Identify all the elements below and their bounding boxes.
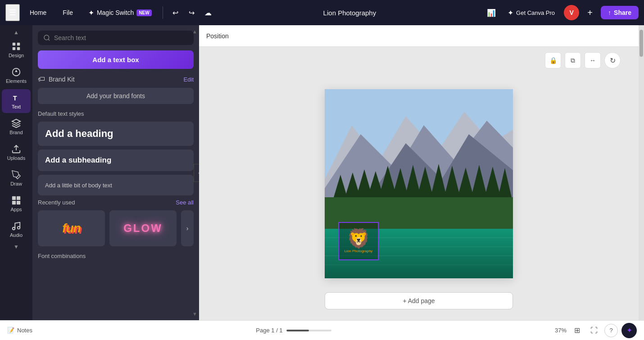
lock-button[interactable]: 🔒	[545, 52, 561, 68]
add-text-box-button[interactable]: Add a text box	[38, 50, 194, 69]
right-scrollbar[interactable]	[639, 25, 644, 320]
recently-used-label: Recently used	[38, 199, 75, 206]
recently-used-next-button[interactable]: ›	[181, 210, 194, 246]
svg-point-11	[13, 227, 15, 230]
canva-icon: ✦	[508, 9, 513, 17]
subheading-style-item[interactable]: Add a subheading	[38, 150, 194, 171]
sidebar-apps-label: Apps	[10, 207, 22, 212]
panel-collapse-button[interactable]: ‹	[194, 164, 199, 182]
text-panel: Add a text box 🏷 Brand Kit Edit Add your…	[32, 25, 199, 320]
svg-marker-5	[15, 70, 18, 73]
svg-rect-7	[12, 196, 16, 200]
sidebar-item-text[interactable]: T Text	[2, 89, 31, 113]
chart-button[interactable]: 📊	[484, 5, 499, 20]
sidebar-text-label: Text	[12, 104, 21, 109]
sidebar-item-brand[interactable]: Brand	[2, 115, 31, 139]
subheading-label: Add a subheading	[45, 156, 111, 164]
sidebar-item-uploads[interactable]: Uploads	[2, 141, 31, 164]
logo-text: Lion Photography	[345, 249, 373, 253]
redo-button[interactable]: ↪	[185, 5, 199, 20]
magic-assist-icon: ✦	[626, 326, 632, 335]
font-combinations-label: Font combinations	[38, 253, 86, 259]
search-bar	[38, 31, 194, 45]
sidebar-item-apps[interactable]: Apps	[2, 192, 31, 216]
body-style-item[interactable]: Add a little bit of body text	[38, 175, 194, 195]
get-canva-pro-button[interactable]: ✦ Get Canva Pro	[502, 6, 560, 20]
sidebar-item-audio[interactable]: Audio	[2, 218, 31, 241]
canvas-toolbar: Position	[199, 25, 639, 47]
sidebar-design-label: Design	[9, 53, 24, 58]
svg-rect-8	[17, 196, 20, 200]
bottom-bar: 📝 Notes Page 1 / 1 37% ⊞ ⛶ ? ✦	[0, 320, 644, 340]
search-input[interactable]	[54, 34, 188, 41]
new-badge: NEW	[136, 9, 151, 16]
svg-text:T: T	[13, 95, 17, 102]
draw-icon	[11, 170, 21, 180]
heading-label: Add a heading	[45, 128, 113, 139]
sidebar-draw-label: Draw	[10, 181, 22, 186]
design-icon	[11, 41, 21, 51]
brand-fonts-button[interactable]: Add your brand fonts	[38, 88, 194, 104]
scroll-thumb[interactable]	[639, 30, 643, 57]
logo-overlay[interactable]: 🦁 Lion Photography	[338, 222, 379, 260]
undo-redo-group: ↩ ↪ ☁	[168, 5, 215, 20]
recent-item-fun[interactable]: fun	[38, 210, 105, 246]
panel-scroll-down-arrow[interactable]: ▼	[192, 311, 197, 317]
brand-kit-row: 🏷 Brand Kit Edit	[38, 75, 194, 83]
home-button[interactable]: Home	[23, 6, 53, 19]
default-styles-title: Default text styles	[38, 110, 194, 117]
brand-kit-edit-link[interactable]: Edit	[184, 76, 194, 83]
sidebar-item-elements[interactable]: Elements	[2, 63, 31, 87]
sidebar-elements-label: Elements	[6, 78, 27, 84]
expand-button[interactable]: ↔	[585, 52, 601, 68]
refresh-button[interactable]: ↻	[604, 52, 621, 68]
canvas-main[interactable]: 🔒 ⧉ ↔ ↻	[199, 47, 639, 320]
copy-button[interactable]: ⧉	[565, 52, 581, 68]
sidebar-item-design[interactable]: Design	[2, 38, 31, 62]
elements-icon	[11, 67, 21, 77]
uploads-icon	[11, 144, 21, 154]
fullscreen-button[interactable]: ⛶	[587, 324, 601, 337]
sidebar-scroll-up[interactable]: ▲	[9, 29, 23, 36]
canvas-float-toolbar: 🔒 ⧉ ↔ ↻	[545, 52, 621, 68]
notes-button[interactable]: 📝 Notes	[7, 327, 32, 334]
cloud-save-button[interactable]: ☁	[201, 5, 215, 20]
bottom-center: Page 1 / 1	[38, 327, 549, 334]
notes-icon: 📝	[7, 327, 14, 334]
recently-used-row: Recently used See all	[38, 199, 194, 206]
topbar-right: 📊 ✦ Get Canva Pro V + ↑ Share	[484, 5, 639, 20]
magic-switch-button[interactable]: ✦ Magic Switch NEW	[83, 6, 157, 20]
user-avatar-button[interactable]: V	[564, 5, 579, 20]
panel-scroll-area[interactable]: Add a text box 🏷 Brand Kit Edit Add your…	[32, 25, 199, 320]
brand-kit-label: Brand Kit	[49, 76, 75, 83]
share-button[interactable]: ↑ Share	[601, 6, 639, 19]
recent-item-glow[interactable]: GLOW	[109, 210, 177, 246]
magic-switch-label: Magic Switch	[97, 9, 134, 16]
add-collaborator-button[interactable]: +	[583, 5, 597, 20]
main-area: ▲ Design Elements T Text Brand Uploads D…	[0, 25, 644, 320]
apps-icon	[11, 195, 21, 205]
sidebar-scroll-down[interactable]: ▼	[9, 243, 23, 250]
file-button[interactable]: File	[56, 6, 79, 19]
svg-rect-0	[13, 43, 15, 45]
help-button[interactable]: ?	[604, 324, 618, 337]
recently-used-grid: fun GLOW ›	[38, 210, 194, 246]
sidebar-item-draw[interactable]: Draw	[2, 166, 31, 190]
page-info: Page 1 / 1	[256, 327, 282, 334]
see-all-link[interactable]: See all	[176, 199, 194, 206]
heading-style-item[interactable]: Add a heading	[38, 122, 194, 146]
panel-scroll-up-arrow[interactable]: ▲	[192, 29, 197, 34]
grid-view-button[interactable]: ⊞	[570, 324, 584, 337]
notes-label: Notes	[17, 327, 32, 334]
menu-icon[interactable]: ☰	[5, 4, 20, 21]
page-progress-fill	[286, 330, 309, 331]
canvas-area: Position 🔒 ⧉ ↔ ↻	[199, 25, 639, 320]
magic-assist-button[interactable]: ✦	[621, 323, 637, 338]
divider	[163, 6, 163, 19]
brand-kit-icon: 🏷	[38, 75, 45, 83]
topbar: ☰ Home File ✦ Magic Switch NEW ↩ ↪ ☁ Lio…	[0, 0, 644, 25]
undo-button[interactable]: ↩	[168, 5, 183, 20]
svg-rect-10	[17, 201, 20, 204]
fun-text: fun	[62, 221, 81, 236]
add-page-button[interactable]: + Add page	[325, 292, 513, 309]
